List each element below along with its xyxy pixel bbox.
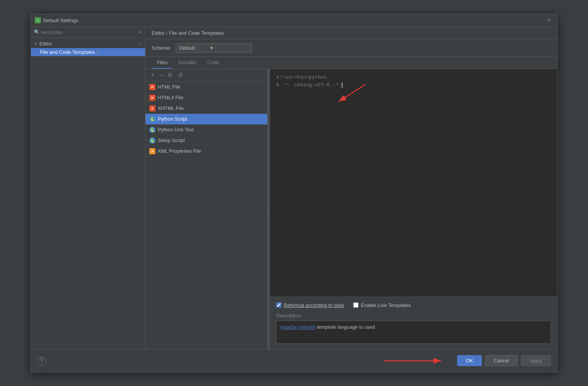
file-item-xml-properties[interactable]: X XML Properties File: [145, 146, 267, 157]
search-bar: 🔍 ×: [31, 27, 145, 38]
checkboxes-row: Reformat according to style Enable Live …: [276, 300, 551, 310]
add-template-button[interactable]: +: [149, 71, 156, 79]
code-line-1: #!/usr/bin/python: [276, 74, 551, 82]
breadcrumb: Editor › File and Code Templates: [145, 27, 557, 39]
sidebar-editor-label: Editor: [39, 41, 52, 47]
red-arrow-annotation: [327, 81, 373, 111]
file-item-setup-script[interactable]: 🐍 Setup Script: [145, 135, 267, 146]
dialog-footer: ? OK Cancel Apply: [31, 349, 557, 372]
file-list-toolbar: + – ⎘ ↺: [145, 69, 267, 82]
apache-velocity-link[interactable]: Apache Velocity: [280, 324, 316, 330]
split-area: + – ⎘ ↺ H HTML File H HTML4 File: [145, 69, 557, 349]
setup-script-icon: 🐍: [149, 137, 155, 144]
live-templates-checkbox-label[interactable]: Enable Live Templates: [353, 302, 411, 308]
python-script-icon: 🐍: [149, 116, 155, 122]
tabs-row: Files Includes Code: [145, 57, 557, 69]
sidebar-item-editor[interactable]: ▼ Editor ⎘: [31, 39, 145, 48]
file-item-html-label: HTML File: [158, 84, 180, 90]
main-content: Editor › File and Code Templates Scheme:…: [145, 27, 557, 349]
cancel-button[interactable]: Cancel: [485, 355, 518, 366]
tab-code[interactable]: Code: [202, 57, 225, 69]
dialog-window: J Default Settings × 🔍 × ▼ Editor ⎘: [31, 14, 557, 373]
python-unit-test-icon: 🐍: [149, 127, 155, 133]
footer-buttons: OK Cancel Apply: [457, 355, 551, 366]
scheme-label: Scheme:: [152, 45, 171, 51]
html4-file-icon: H: [149, 95, 155, 101]
search-icon: 🔍: [34, 29, 40, 35]
code-line-2: # -*- coding:utf-8 -*-: [276, 81, 551, 89]
svg-text:J: J: [37, 19, 39, 22]
sidebar-tree: ▼ Editor ⎘ File and Code Templates ⎘: [31, 38, 145, 349]
html-file-icon: H: [149, 84, 155, 90]
xml-properties-icon: X: [149, 148, 155, 154]
sidebar: 🔍 × ▼ Editor ⎘ File and Code Templates ⎘: [31, 27, 145, 349]
reformat-checkbox-label[interactable]: Reformat according to style: [276, 302, 344, 308]
file-item-python-script[interactable]: 🐍 Python Script: [145, 114, 267, 124]
file-list: H HTML File H HTML4 File X XHTML File: [145, 82, 267, 349]
reformat-label: Reformat according to style: [284, 302, 344, 308]
description-text: template language is used: [316, 324, 375, 330]
search-input[interactable]: [41, 29, 136, 35]
scheme-value: Default: [179, 45, 195, 51]
file-item-xhtml-label: XHTML File: [158, 105, 184, 111]
file-list-panel: + – ⎘ ↺ H HTML File H HTML4 File: [145, 69, 268, 349]
description-box: Apache Velocity template language is use…: [276, 321, 551, 344]
tab-includes[interactable]: Includes: [173, 57, 202, 69]
description-label: Description: [276, 313, 551, 318]
file-item-html4-label: HTML4 File: [158, 95, 183, 100]
help-button[interactable]: ?: [37, 356, 46, 365]
editor-bottom: Reformat according to style Enable Live …: [270, 297, 557, 349]
file-item-python-script-label: Python Script: [158, 116, 187, 122]
title-bar: J Default Settings ×: [31, 14, 557, 27]
file-item-html[interactable]: H HTML File: [145, 82, 267, 92]
file-item-python-unit-test[interactable]: 🐍 Python Unit Test: [145, 124, 267, 135]
title-bar-left: J Default Settings: [35, 17, 78, 23]
live-templates-label: Enable Live Templates: [361, 302, 411, 308]
reformat-checkbox[interactable]: [276, 302, 281, 308]
editor-panel: #!/usr/bin/python # -*- coding:utf-8 -*-: [270, 69, 557, 349]
tab-files[interactable]: Files: [152, 57, 173, 69]
sidebar-file-code-templates-label: File and Code Templates: [40, 49, 95, 55]
live-templates-checkbox[interactable]: [353, 302, 359, 308]
reset-template-button[interactable]: ↺: [176, 71, 184, 79]
footer-right: OK Cancel Apply: [46, 353, 551, 368]
file-item-xhtml[interactable]: X XHTML File: [145, 103, 267, 114]
xhtml-file-icon: X: [149, 105, 155, 111]
sidebar-item-file-code-templates[interactable]: File and Code Templates ⎘: [31, 48, 145, 56]
scheme-dropdown[interactable]: Default ▾: [176, 43, 252, 53]
footer-arrow-annotation: [376, 353, 452, 368]
search-clear-button[interactable]: ×: [137, 29, 142, 35]
close-button[interactable]: ×: [545, 16, 553, 24]
breadcrumb-title: File and Code Templates: [169, 30, 224, 36]
breadcrumb-prefix: Editor ›: [152, 30, 169, 36]
file-item-python-unit-test-label: Python Unit Test: [158, 127, 194, 132]
copy-icon: ⎘: [139, 41, 142, 46]
file-item-html4[interactable]: H HTML4 File: [145, 92, 267, 103]
description-section: Description Apache Velocity template lan…: [276, 310, 551, 346]
file-item-setup-script-label: Setup Script: [158, 137, 185, 143]
chevron-down-icon: ▼: [34, 42, 38, 46]
file-item-xml-properties-label: XML Properties File: [158, 148, 201, 154]
copy-icon-2: ⎘: [96, 50, 99, 55]
window-title: Default Settings: [43, 18, 78, 23]
remove-template-button[interactable]: –: [158, 71, 165, 79]
divider-dots: [268, 207, 269, 211]
dialog-body: 🔍 × ▼ Editor ⎘ File and Code Templates ⎘: [31, 27, 557, 349]
svg-line-3: [339, 84, 365, 102]
code-editor[interactable]: #!/usr/bin/python # -*- coding:utf-8 -*-: [270, 69, 557, 297]
chevron-down-icon: ▾: [210, 45, 213, 51]
apply-button[interactable]: Apply: [521, 355, 551, 366]
copy-template-button[interactable]: ⎘: [167, 71, 174, 79]
app-icon: J: [35, 17, 41, 23]
ok-button[interactable]: OK: [457, 355, 482, 366]
scheme-row: Scheme: Default ▾: [145, 39, 557, 57]
